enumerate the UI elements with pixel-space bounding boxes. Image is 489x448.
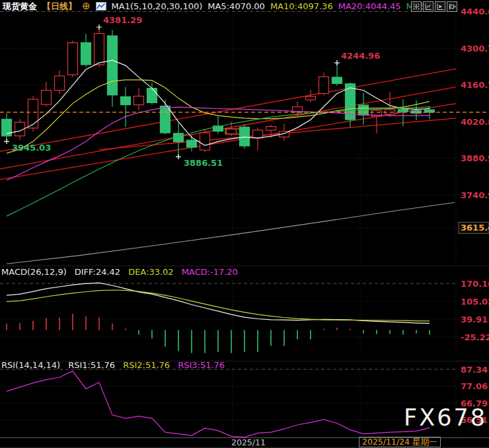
price-axis-label: 4440.66 xyxy=(461,7,489,17)
candle-body xyxy=(187,140,197,147)
candle-body xyxy=(81,43,91,65)
macd-hist-bar xyxy=(217,330,219,352)
macd-hist-bar xyxy=(244,330,245,352)
macd-hist-bar xyxy=(138,330,139,335)
low-price-label: 3945.03 xyxy=(12,143,51,153)
macd-hist-bar xyxy=(72,314,73,330)
chart-canvas: 4381.294244.963945.033886.514440.664300.… xyxy=(0,0,489,448)
macd-axis-label: 105.03 xyxy=(461,297,489,307)
macd-hist-bar xyxy=(59,318,60,330)
macd-hist-bar xyxy=(6,324,7,330)
macd-hist-bar xyxy=(376,330,377,334)
candle-body xyxy=(227,129,237,133)
macd-hist-bar xyxy=(270,330,272,346)
fx678-watermark: FX678 xyxy=(404,404,487,431)
candle-body xyxy=(161,106,170,133)
page-forward-tool-button[interactable] xyxy=(447,1,457,12)
candle-body xyxy=(332,77,342,84)
x-axis-current-date-label: 2025/11/24 星期一 xyxy=(359,437,441,447)
axis-play-tool-button[interactable] xyxy=(435,1,445,12)
macd-name-label: MACD(26,12,9) xyxy=(1,267,67,277)
macd-hist-bar xyxy=(32,321,34,330)
macd-hist-bar xyxy=(363,330,364,334)
ma5-value-label: MA5:4070.00 xyxy=(207,1,265,11)
rsi-axis-label: 87.34 xyxy=(461,365,488,375)
rsi-line xyxy=(7,371,430,437)
candle-body xyxy=(240,127,250,146)
candle-body xyxy=(55,76,65,91)
macd-dea-line xyxy=(7,290,430,321)
candle-body xyxy=(398,110,408,112)
macd-hist-bar xyxy=(85,317,87,330)
macd-axis-label: -25.22 xyxy=(461,332,489,342)
macd-hist-bar xyxy=(191,330,192,354)
candle-body xyxy=(253,130,263,138)
axis-scale-tool-button[interactable] xyxy=(423,1,433,12)
macd-hist-bar xyxy=(151,330,153,339)
candle-body xyxy=(28,99,38,128)
macd-diff-line xyxy=(7,283,430,323)
macd-hist-bar xyxy=(204,330,206,354)
rsi3-label: RSI3:51.76 xyxy=(178,360,225,370)
add-indicator-button[interactable]: ⊕ xyxy=(82,1,91,11)
ma100-line xyxy=(7,203,455,264)
low-price-label: 3886.51 xyxy=(184,158,223,168)
high-price-label: 4244.96 xyxy=(341,51,380,61)
trading-chart-window: { "header": { "symbol": "现货黄金", "period"… xyxy=(0,0,489,448)
macd-hist-bar xyxy=(310,330,311,340)
candle-body xyxy=(200,133,210,150)
ma10-value-label: MA10:4097.36 xyxy=(270,1,333,11)
macd-hist-bar xyxy=(165,330,166,347)
macd-hist-bar xyxy=(429,330,430,335)
axis-highlight-label: 3615.48 xyxy=(461,223,489,233)
x-axis-month-label: 2025/11 xyxy=(231,437,266,447)
candle-body xyxy=(121,96,131,104)
extreme-marker xyxy=(96,24,102,30)
macd-axis-label: 170.16 xyxy=(461,279,489,289)
candle-body xyxy=(134,96,144,105)
candle-body xyxy=(94,34,104,65)
price-axis-label: 3880.90 xyxy=(461,153,489,163)
price-axis-label: 4020.84 xyxy=(461,117,489,127)
rsi-name-label: RSI(14,14,14) xyxy=(1,360,60,370)
macd-hist-bar xyxy=(178,330,179,352)
price-axis-label: 3740.95 xyxy=(461,190,489,200)
macd-dea-label: DEA:33.02 xyxy=(128,267,174,277)
rsi-axis-label: 77.06 xyxy=(461,381,488,391)
extreme-marker xyxy=(4,139,9,144)
macd-hist-bar xyxy=(19,323,20,330)
candle-body xyxy=(42,91,52,104)
chart-header: 现货黄金 【日线】 ⊕ MA1(5,10,20,30,100) MA5:4070… xyxy=(3,1,433,11)
rsi1-label: RSI1:51.76 xyxy=(68,360,115,370)
macd-value-label: MACD:-17.20 xyxy=(182,267,238,277)
chart-toolbar xyxy=(411,1,457,12)
trendline xyxy=(0,104,456,180)
macd-hist-bar xyxy=(389,330,391,334)
macd-hist-bar xyxy=(231,330,232,354)
candle-body xyxy=(266,127,276,131)
price-axis-label: 4160.78 xyxy=(461,80,489,90)
macd-axis-label: 39.91 xyxy=(461,315,488,324)
macd-hist-bar xyxy=(350,329,351,330)
macd-hist-bar xyxy=(257,330,258,352)
symbol-title: 现货黄金 xyxy=(3,1,37,11)
extreme-marker xyxy=(176,154,181,159)
macd-hist-bar xyxy=(336,328,338,330)
candle-body xyxy=(68,43,78,75)
macd-hist-bar xyxy=(283,330,285,346)
macd-hist-bar xyxy=(98,318,100,330)
macd-hist-bar xyxy=(402,330,404,335)
macd-hist-bar xyxy=(297,330,298,340)
macd-hist-bar xyxy=(112,324,113,330)
macd-hist-bar xyxy=(323,329,324,330)
candle-body xyxy=(147,89,157,103)
high-price-label: 4381.29 xyxy=(103,15,142,25)
candle-body xyxy=(319,77,329,93)
macd-hist-bar xyxy=(416,330,417,334)
rsi-indicator-row: RSI(14,14,14) RSI1:51.76 RSI2:51.76 RSI3… xyxy=(1,360,225,370)
move-tool-button[interactable] xyxy=(411,1,422,12)
macd-hist-bar xyxy=(46,318,47,330)
period-label: 【日线】 xyxy=(42,1,77,11)
price-axis-label: 4300.72 xyxy=(461,44,489,54)
mini-chart-icon[interactable] xyxy=(96,2,106,11)
